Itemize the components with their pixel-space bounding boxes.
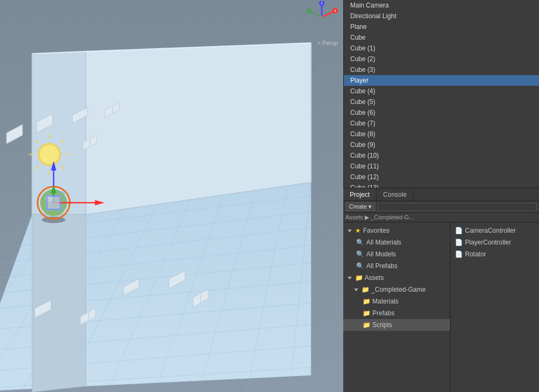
project-toolbar: Create ▾: [343, 201, 539, 213]
favorites-item[interactable]: 🔍 All Models: [343, 248, 450, 260]
hierarchy-item[interactable]: Cube (9): [344, 139, 539, 150]
bottom-panel: Project Console Create ▾ Assets ▶ _Compl…: [343, 188, 539, 392]
persp-label: < Persp: [318, 40, 338, 46]
tab-bar: Project Console: [343, 188, 539, 201]
right-panel: Main CameraDirectional LightPlaneCubeCub…: [343, 0, 539, 392]
hierarchy-item[interactable]: Cube (13): [344, 182, 539, 188]
subfolder-item[interactable]: 📁 Scripts: [343, 319, 450, 331]
hierarchy-item[interactable]: Cube (6): [344, 107, 539, 118]
tab-console[interactable]: Console: [376, 188, 414, 201]
svg-point-91: [320, 16, 323, 19]
hierarchy-item[interactable]: Player: [344, 75, 539, 86]
hierarchy-item[interactable]: Cube (4): [344, 86, 539, 97]
scene-gizmo[interactable]: Z X: [306, 1, 338, 33]
project-right[interactable]: 📄 CameraController📄 PlayerController📄 Ro…: [451, 223, 539, 392]
subfolder-item[interactable]: 📁 Prefabs: [343, 307, 450, 319]
svg-marker-25: [32, 215, 86, 392]
asset-item[interactable]: 📄 CameraController: [451, 225, 539, 236]
favorites-folder[interactable]: ★ Favorites: [343, 225, 450, 236]
hierarchy-item[interactable]: Cube (5): [344, 97, 539, 107]
hierarchy-item[interactable]: Cube (10): [344, 150, 539, 161]
asset-item[interactable]: 📄 Rotator: [451, 248, 539, 260]
hierarchy-item[interactable]: Cube (1): [344, 43, 539, 54]
svg-rect-82: [47, 196, 60, 209]
svg-marker-23: [32, 51, 86, 215]
search-input[interactable]: [378, 203, 537, 211]
project-path: Assets ▶ _Completed-G...: [343, 213, 539, 223]
assets-folder[interactable]: 📁 Assets: [343, 272, 450, 284]
hierarchy-item[interactable]: Cube: [344, 32, 539, 43]
main-area: < Persp Z X Main CameraDirec: [0, 0, 539, 392]
scene-canvas: [0, 0, 343, 392]
svg-point-64: [40, 145, 59, 164]
hierarchy-item[interactable]: Cube (2): [344, 54, 539, 64]
create-button[interactable]: Create ▾: [345, 202, 375, 211]
tab-project[interactable]: Project: [343, 188, 376, 201]
subfolder-item[interactable]: 📁 Materials: [343, 295, 450, 307]
favorites-item[interactable]: 🔍 All Materials: [343, 236, 450, 248]
svg-text:Z: Z: [321, 2, 322, 5]
project-left[interactable]: ★ Favorites🔍 All Materials🔍 All Models🔍 …: [343, 223, 451, 392]
hierarchy-item[interactable]: Cube (7): [344, 118, 539, 129]
favorites-item[interactable]: 🔍 All Prefabs: [343, 260, 450, 272]
hierarchy-panel[interactable]: Main CameraDirectional LightPlaneCubeCub…: [343, 0, 539, 188]
hierarchy-item[interactable]: Plane: [344, 21, 539, 32]
hierarchy-item[interactable]: Directional Light: [344, 11, 539, 21]
svg-point-65: [42, 217, 65, 223]
hierarchy-item[interactable]: Main Camera: [344, 0, 539, 11]
svg-point-90: [306, 8, 312, 13]
asset-item[interactable]: 📄 PlayerController: [451, 236, 539, 248]
hierarchy-item[interactable]: Cube (12): [344, 172, 539, 182]
hierarchy-item[interactable]: Cube (11): [344, 161, 539, 172]
project-content: ★ Favorites🔍 All Materials🔍 All Models🔍 …: [343, 223, 539, 392]
hierarchy-item[interactable]: Cube (8): [344, 129, 539, 139]
scene-view[interactable]: < Persp Z X: [0, 0, 343, 392]
completed-game-folder[interactable]: 📁 _Completed-Game: [343, 284, 450, 295]
hierarchy-item[interactable]: Cube (3): [344, 64, 539, 75]
